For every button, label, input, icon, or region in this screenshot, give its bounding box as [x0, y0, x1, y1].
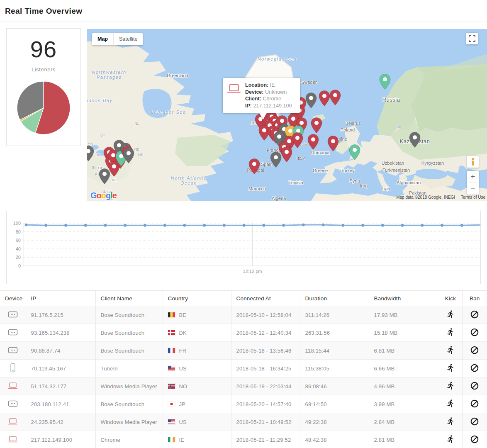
map-marker-green[interactable] — [348, 144, 361, 162]
ban-button[interactable] — [470, 417, 479, 426]
kick-button[interactable] — [446, 399, 455, 408]
ip-cell: 91.176.5.215 — [26, 306, 95, 324]
ban-button[interactable] — [470, 363, 479, 373]
map-view-button[interactable]: Map — [92, 33, 113, 45]
ban-icon — [470, 328, 479, 337]
map-label: Turkey — [341, 168, 354, 173]
kick-button[interactable] — [446, 381, 455, 390]
map-label: MI — [97, 153, 101, 157]
page-title: Real Time Overview — [5, 7, 82, 16]
map-label: Turkmenistan — [382, 168, 410, 173]
duration-cell: 48:42:38 — [300, 431, 369, 448]
kick-cell — [439, 431, 462, 448]
ban-cell — [462, 306, 487, 324]
map-marker-red[interactable] — [307, 134, 319, 152]
ip-cell: 24.235.95.42 — [26, 413, 95, 431]
map-label: IN — [92, 166, 96, 170]
map-panel[interactable]: Norwegian SeaNorthwestern PassagesHudson… — [87, 29, 487, 201]
soundtouch-device-icon — [8, 311, 18, 318]
col-kick: Kick — [439, 291, 462, 306]
tooltip-device-value: Unknown — [265, 89, 287, 95]
google-logo[interactable]: Google — [90, 191, 117, 200]
ban-button[interactable] — [470, 435, 479, 444]
ip-cell: 90.88.87.74 — [26, 342, 95, 360]
table-header-row: Device IP Client Name Country Connected … — [0, 291, 487, 306]
satellite-view-button[interactable]: Satellite — [113, 33, 143, 45]
map-marker-gray[interactable] — [122, 147, 135, 166]
country-flag-icon — [168, 437, 175, 442]
map-label: Uzbekistan — [382, 161, 404, 166]
map-marker-red[interactable] — [310, 117, 323, 135]
country-cell: BE — [163, 306, 231, 324]
client-name-cell: Bose Soundtouch — [95, 306, 163, 324]
country-flag-icon — [168, 384, 175, 389]
map-label: Kyrgyzstan — [421, 161, 444, 166]
listeners-count-label: Listeners — [7, 66, 80, 73]
col-country: Country — [163, 291, 231, 306]
col-client-name: Client Name — [95, 291, 163, 306]
connected-at-cell: 2018-05-18 - 16:34:25 — [231, 360, 300, 377]
fullscreen-icon — [469, 35, 475, 42]
connected-at-cell: 2018-05-20 - 14:57:40 — [231, 395, 300, 413]
device-cell — [0, 431, 26, 448]
device-cell — [0, 413, 26, 431]
country-cell: DK — [163, 324, 231, 342]
connected-at-cell: 2018-05-10 - 12:58:04 — [231, 306, 300, 324]
listeners-table: Device IP Client Name Country Connected … — [0, 290, 487, 448]
ban-icon — [470, 310, 479, 319]
zoom-out-button[interactable]: − — [467, 183, 479, 195]
map-label: Algeria — [272, 196, 286, 201]
ban-button[interactable] — [470, 328, 479, 337]
client-name-cell: TuneIn — [95, 360, 163, 377]
map-marker-red[interactable] — [329, 89, 341, 107]
ban-button[interactable] — [470, 346, 479, 355]
device-cell — [0, 360, 26, 377]
svg-text:0: 0 — [18, 263, 21, 268]
table-row: 93.165.134.238Bose SoundtouchDK2018-05-1… — [0, 324, 487, 342]
kick-runner-icon — [446, 328, 455, 336]
col-ban: Ban — [462, 291, 487, 306]
kick-button[interactable] — [446, 417, 455, 426]
kick-button[interactable] — [446, 435, 455, 443]
kick-cell — [439, 377, 462, 395]
map-marker-gray[interactable] — [270, 151, 282, 170]
kick-cell — [439, 306, 462, 324]
map-label: Iran — [382, 186, 390, 191]
terms-of-use-link[interactable]: Terms of Use — [461, 195, 485, 200]
map-marker-gray[interactable] — [87, 145, 95, 163]
map-marker-red[interactable] — [280, 146, 293, 164]
table-row: 217.112.149.100ChromeIE2018-05-21 - 11:2… — [0, 431, 487, 448]
connected-at-cell: 2018-05-12 - 12:40:34 — [231, 324, 300, 342]
zoom-in-button[interactable]: + — [467, 171, 479, 183]
connected-at-cell: 2018-05-19 - 22:03:44 — [231, 377, 300, 395]
ip-cell: 203.180.112.41 — [26, 395, 95, 413]
client-name-cell: Windows Media Player — [95, 413, 163, 431]
kick-cell — [439, 413, 462, 431]
kick-button[interactable] — [446, 310, 455, 319]
ban-button[interactable] — [470, 381, 479, 390]
map-label: QC — [100, 133, 105, 137]
streetview-pegman-button[interactable] — [467, 156, 479, 168]
map-marker-red[interactable] — [248, 158, 261, 176]
map-attribution: Map data ©2018 Google, INEGI Terms of Us… — [396, 195, 485, 200]
country-flag-icon — [168, 312, 175, 317]
ban-button[interactable] — [470, 399, 479, 408]
fullscreen-button[interactable] — [466, 33, 478, 44]
map-marker-gray[interactable] — [409, 131, 421, 150]
ban-icon — [470, 363, 479, 373]
map-marker-red[interactable] — [327, 135, 339, 153]
kick-button[interactable] — [446, 328, 455, 336]
ban-icon — [470, 417, 479, 426]
duration-cell: 115:38:05 — [300, 360, 369, 377]
kick-button[interactable] — [446, 363, 455, 372]
map-marker-green[interactable] — [379, 73, 391, 92]
bandwidth-cell: 6.81 MB — [369, 342, 439, 360]
kick-button[interactable] — [446, 346, 455, 354]
map-label: Russia — [382, 97, 400, 103]
kick-runner-icon — [446, 435, 455, 443]
ban-button[interactable] — [470, 310, 479, 319]
device-cell — [0, 324, 26, 342]
map-label: Norwegian Sea — [258, 56, 297, 61]
map-marker-red[interactable] — [291, 132, 304, 150]
duration-cell: 263:31:56 — [300, 324, 369, 342]
